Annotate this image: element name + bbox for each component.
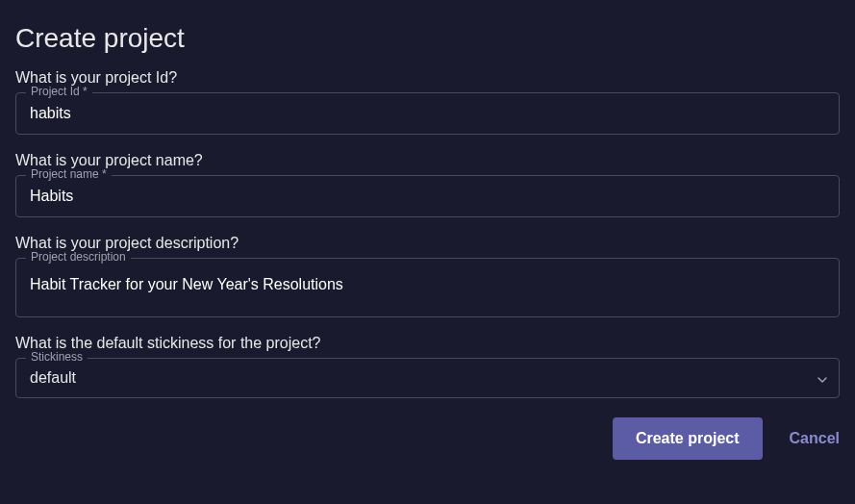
stickiness-float-label: Stickiness [26,351,88,363]
project-id-group: What is your project Id? Project Id * [15,69,840,135]
project-id-input[interactable] [16,93,839,134]
stickiness-question: What is the default stickiness for the p… [15,335,840,352]
stickiness-group: What is the default stickiness for the p… [15,335,840,398]
project-name-input[interactable] [16,176,839,216]
project-id-float-label: Project Id * [26,86,92,97]
page-title: Create project [15,23,840,54]
project-description-float-label: Project description [26,251,131,263]
project-id-input-wrapper: Project Id * [15,92,840,135]
project-name-group: What is your project name? Project name … [15,152,840,217]
create-project-button[interactable]: Create project [613,417,763,460]
cancel-button[interactable]: Cancel [790,430,840,447]
stickiness-select[interactable]: default [16,359,839,397]
project-name-question: What is your project name? [15,152,840,169]
project-id-question: What is your project Id? [15,69,840,87]
project-description-question: What is your project description? [15,235,840,252]
project-name-input-wrapper: Project name * [15,175,840,217]
project-description-input-wrapper: Project description [15,258,840,317]
project-description-input[interactable] [16,259,839,313]
project-description-group: What is your project description? Projec… [15,235,840,317]
project-name-float-label: Project name * [26,168,112,180]
button-row: Create project Cancel [15,417,840,460]
stickiness-select-wrapper[interactable]: Stickiness default [15,358,840,398]
